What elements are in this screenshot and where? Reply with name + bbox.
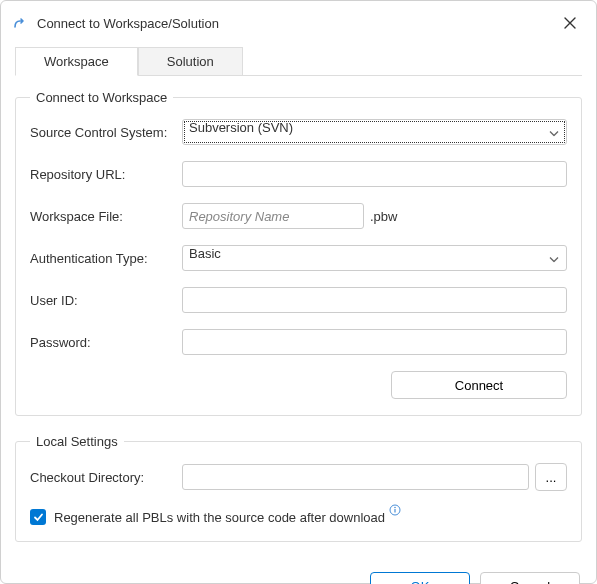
- connect-button[interactable]: Connect: [391, 371, 567, 399]
- auth-type-select[interactable]: Basic: [182, 245, 567, 271]
- info-icon[interactable]: [389, 504, 401, 519]
- close-button[interactable]: [556, 9, 584, 37]
- connect-dialog: Connect to Workspace/Solution Workspace …: [0, 0, 597, 584]
- scs-label: Source Control System:: [30, 125, 182, 140]
- workspace-file-label: Workspace File:: [30, 209, 182, 224]
- dialog-footer: OK Cancel: [1, 560, 596, 584]
- password-input[interactable]: [182, 329, 567, 355]
- password-label: Password:: [30, 335, 182, 350]
- repo-url-input[interactable]: [182, 161, 567, 187]
- repo-url-label: Repository URL:: [30, 167, 182, 182]
- browse-button[interactable]: ...: [535, 463, 567, 491]
- svg-rect-2: [394, 509, 395, 513]
- workspace-file-suffix: .pbw: [370, 209, 397, 224]
- app-icon: [13, 15, 29, 31]
- regenerate-checkbox[interactable]: [30, 509, 46, 525]
- scs-select[interactable]: Subversion (SVN): [182, 119, 567, 145]
- svg-point-1: [394, 506, 396, 508]
- connect-workspace-legend: Connect to Workspace: [30, 90, 173, 105]
- workspace-file-input[interactable]: [182, 203, 364, 229]
- cancel-button[interactable]: Cancel: [480, 572, 580, 584]
- check-icon: [33, 512, 44, 523]
- tab-workspace[interactable]: Workspace: [15, 47, 138, 76]
- checkout-dir-label: Checkout Directory:: [30, 470, 182, 485]
- user-id-input[interactable]: [182, 287, 567, 313]
- local-settings-legend: Local Settings: [30, 434, 124, 449]
- titlebar: Connect to Workspace/Solution: [1, 1, 596, 43]
- close-icon: [564, 17, 576, 29]
- tab-solution[interactable]: Solution: [138, 47, 243, 76]
- checkout-dir-input[interactable]: [182, 464, 529, 490]
- user-id-label: User ID:: [30, 293, 182, 308]
- tab-strip: Workspace Solution: [1, 47, 596, 76]
- dialog-title: Connect to Workspace/Solution: [37, 16, 556, 31]
- connect-workspace-group: Connect to Workspace Source Control Syst…: [15, 90, 582, 416]
- local-settings-group: Local Settings Checkout Directory: ... R…: [15, 434, 582, 542]
- regenerate-label: Regenerate all PBLs with the source code…: [54, 510, 385, 525]
- auth-type-label: Authentication Type:: [30, 251, 182, 266]
- tab-content: Connect to Workspace Source Control Syst…: [15, 75, 582, 560]
- ok-button[interactable]: OK: [370, 572, 470, 584]
